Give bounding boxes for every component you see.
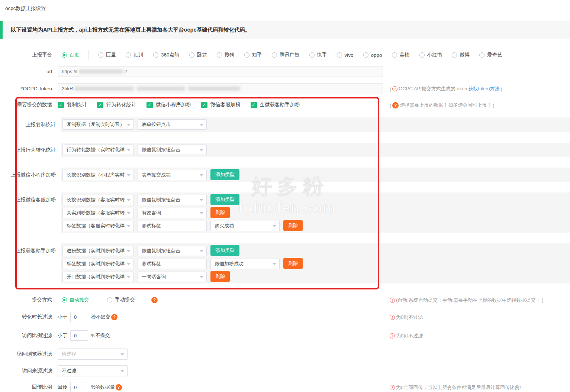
notice-banner: 以下设置均为API上报方式，api上报方式无需在落地页上再添加各大平台ocpc基… <box>0 21 570 39</box>
select-data-type[interactable]: 标签数据（客服实时转化详 <box>62 221 134 231</box>
delete-button[interactable]: 删除 <box>283 258 303 269</box>
checkbox-copy-stat[interactable]: ✓复制统计 <box>58 101 87 108</box>
platform-radio-baidu[interactable]: 百度 <box>58 50 88 60</box>
select-event-type[interactable]: 一句话咨询 <box>138 272 207 282</box>
chevron-down-icon <box>127 225 131 227</box>
checkbox-behavior-stat[interactable]: ✓行为转化统计 <box>97 101 136 108</box>
select-data-type[interactable]: 长按识别数据（客服实时转 <box>62 195 134 205</box>
platform-label: 上报平台 <box>0 52 58 58</box>
submit-method-hint: i (自动:系统自动提交；手动:需要手动在上报的数据中选择数据提交！ ) <box>390 297 544 304</box>
section-behavior-line: 行为转化数据（实时转化详 微信复制按钮点击 <box>62 145 207 155</box>
token-hint: (i OCPC API提交方式生成的token 获取token方法) <box>390 85 502 92</box>
conversion-duration-hint: i 为0则不过滤 <box>390 314 423 321</box>
platform-radio-xiaohongshu[interactable]: 小红书 <box>419 52 442 58</box>
browser-filter-select[interactable]: 请选择 <box>58 349 128 360</box>
question-icon[interactable]: ? <box>111 314 117 320</box>
chevron-down-icon <box>127 250 131 252</box>
question-icon[interactable]: ? <box>116 384 122 391</box>
tag-name-input[interactable]: 测试标签 <box>138 259 207 269</box>
platform-radio-weibo[interactable]: 微博 <box>452 52 470 58</box>
section-label-copy: 上报复制统计 <box>0 122 56 128</box>
select-event-type[interactable]: 表单按钮点击 <box>138 119 207 130</box>
info-icon: i <box>390 385 395 390</box>
platform-radio-sogou[interactable]: 搜狗 <box>217 52 235 58</box>
conversion-duration-row: 转化时长过滤 小于 0 秒不提交 ? <box>0 312 570 322</box>
select-tag-event[interactable]: 微信加粉成功 <box>210 259 280 269</box>
get-token-link[interactable]: 获取token方法 <box>468 85 500 92</box>
select-data-type[interactable]: 真实到粉数据（客服实时转 <box>62 208 134 218</box>
submit-radio-auto[interactable]: 自动提交 <box>58 295 98 305</box>
platform-radio-oppo[interactable]: oppo <box>363 52 382 58</box>
chevron-down-icon <box>127 124 131 126</box>
radio-icon <box>363 52 368 58</box>
chevron-down-icon <box>127 174 131 176</box>
delete-button[interactable]: 删除 <box>210 207 230 218</box>
chevron-down-icon <box>200 199 203 201</box>
info-icon: i <box>392 86 397 91</box>
select-event-type[interactable]: 微信复制按钮点击 <box>138 145 207 155</box>
platform-radio-vivo[interactable]: vivo <box>337 52 354 58</box>
browser-filter-row: 访问浏览器过滤 请选择 <box>0 349 570 360</box>
checkbox-qiwei-assistant-fans[interactable]: ✓企微获客助手加粉 <box>251 101 300 108</box>
tag-name-input[interactable]: 测试标签 <box>138 221 207 231</box>
section-label-behavior: 上报行为转化统计 <box>0 147 56 153</box>
data-types-group: ✓复制统计 ✓行为转化统计 ✓微信小程序加粉 ✓微信客服加粉 ✓企微获客助手加粉 <box>58 101 300 108</box>
visit-ratio-input[interactable]: 0 <box>70 330 88 341</box>
radio-icon <box>452 52 457 58</box>
select-event-type[interactable]: 表单提交成功 <box>138 170 207 180</box>
section-miniprogram-line: 长按识别数据（小程序实时 表单提交成功 添加类型 <box>62 169 239 180</box>
source-filter-label: 访问来源过滤 <box>0 367 58 374</box>
source-filter-select[interactable]: 不过滤 <box>58 365 128 376</box>
chevron-down-icon <box>127 212 131 214</box>
select-data-type[interactable]: 标签数据（实时到粉转化详 <box>62 259 134 269</box>
platform-radio-group: 百度 巨量 汇川 360点睛 卧龙 搜狗 知乎 腾讯广告 快手 vivo opp… <box>58 50 502 60</box>
select-data-type[interactable]: 长按识别数据（小程序实时 <box>62 170 134 180</box>
add-type-button[interactable]: 添加类型 <box>210 245 239 256</box>
platform-radio-kuaishou[interactable]: 快手 <box>309 52 327 58</box>
section-label-miniprogram: 上报微信小程序加粉 <box>0 172 56 178</box>
platform-radio-wolong[interactable]: 卧龙 <box>189 52 207 58</box>
platform-radio-meiyou[interactable]: 美柚 <box>392 52 410 58</box>
add-type-button[interactable]: 添加类型 <box>210 194 239 205</box>
select-data-type[interactable]: 开口数据（实时到粉转化详 <box>62 272 134 282</box>
radio-icon <box>217 52 222 58</box>
chevron-down-icon <box>200 149 203 151</box>
chevron-down-icon <box>273 225 276 227</box>
platform-radio-tencent-ads[interactable]: 腾讯广告 <box>272 52 300 58</box>
select-data-type[interactable]: 复制数据（复制实时访客） <box>62 119 134 130</box>
platform-radio-zhihu[interactable]: 知乎 <box>244 52 262 58</box>
token-input[interactable]: 2bkR <box>58 83 383 94</box>
chevron-down-icon <box>127 276 131 278</box>
url-input[interactable]: https://tl/ <box>58 66 383 77</box>
platform-radio-juliang[interactable]: 巨量 <box>98 52 116 58</box>
question-icon[interactable]: ? <box>151 297 158 303</box>
url-row: url https://tl/ <box>0 66 570 77</box>
select-event-type[interactable]: 有效咨询 <box>138 208 207 218</box>
select-event-type[interactable]: 微信复制按钮点击 <box>138 195 207 205</box>
add-type-button[interactable]: 添加类型 <box>210 169 239 180</box>
delete-button[interactable]: 删除 <box>210 271 230 282</box>
info-icon: i <box>390 333 395 338</box>
checkbox-miniprogram-fans[interactable]: ✓微信小程序加粉 <box>146 101 191 108</box>
backfill-ratio-input[interactable]: 0 <box>70 382 88 392</box>
select-event-type[interactable]: 微信复制按钮点击 <box>138 246 207 256</box>
platform-radio-iqiyi[interactable]: 爱奇艺 <box>479 52 502 58</box>
checkbox-wechat-service-fans[interactable]: ✓微信客服加粉 <box>201 101 241 108</box>
select-data-type[interactable]: 进粉数据（实时到粉转化详 <box>62 246 134 256</box>
submit-radio-manual[interactable]: 手动提交 <box>107 297 135 303</box>
radio-icon <box>107 297 112 302</box>
source-filter-row: 访问来源过滤 不过滤 <box>0 365 570 376</box>
section-service-line-1: 长按识别数据（客服实时转 微信复制按钮点击 添加类型 <box>62 194 239 205</box>
platform-radio-huichuan[interactable]: 汇川 <box>126 52 144 58</box>
delete-button[interactable]: 删除 <box>283 220 303 231</box>
section-assistant-line-3: 开口数据（实时到粉转化详 一句话咨询 删除 <box>62 271 230 282</box>
submit-method-label: 提交方式 <box>0 297 58 303</box>
visit-ratio-hint: i 为0则不过滤 <box>390 333 423 339</box>
platform-radio-360dianjing[interactable]: 360点睛 <box>153 52 180 58</box>
notice-text: 以下设置均为API上报方式，api上报方式无需在落地页上再添加各大平台ocpc基… <box>11 26 250 33</box>
question-icon[interactable]: ? <box>392 102 399 108</box>
backfill-ratio-label: 回传比例 <box>0 384 58 391</box>
conversion-duration-input[interactable]: 0 <box>70 312 88 322</box>
select-data-type[interactable]: 行为转化数据（实时转化详 <box>62 145 134 155</box>
select-tag-event[interactable]: 购买成功 <box>210 221 280 231</box>
